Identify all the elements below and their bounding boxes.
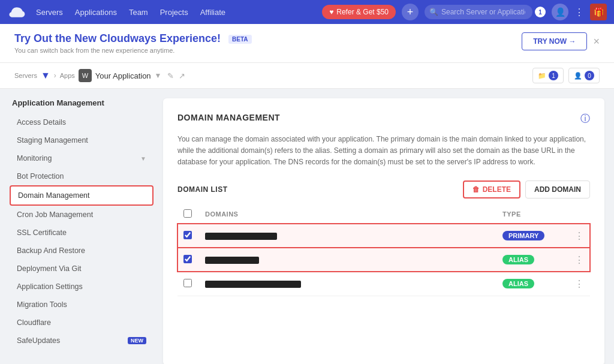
row-1-check-cell	[177, 224, 199, 248]
breadcrumb-bar: Servers ▼ › Apps W Your Application ▼ ✎ …	[0, 63, 614, 89]
notification-badge[interactable]: 1	[535, 7, 546, 17]
new-badge: NEW	[128, 337, 146, 344]
add-button[interactable]: +	[402, 4, 419, 20]
refer-button[interactable]: ♥ Refer & Get $50	[322, 5, 396, 19]
files-icon: 📁	[538, 72, 546, 80]
add-domain-button[interactable]: ADD DOMAIN	[525, 181, 590, 198]
app-icon: W	[79, 69, 92, 82]
avatar[interactable]: 👤	[552, 4, 568, 20]
domain-2-name	[205, 257, 259, 264]
close-banner-button[interactable]: ×	[593, 35, 600, 48]
alias-badge-2: ALIAS	[502, 279, 534, 288]
search-wrap: 🔍	[425, 5, 532, 19]
banner-content: Try Out the New Cloudways Experience! BE…	[14, 32, 252, 54]
table-row: ALIAS ⋮	[177, 272, 590, 296]
breadcrumb-actions: 📁 1 👤 0	[532, 68, 600, 83]
logo[interactable]	[7, 5, 26, 19]
row-1-checkbox[interactable]	[183, 231, 192, 239]
row-2-actions: ⋮	[568, 248, 590, 272]
promo-banner: Try Out the New Cloudways Experience! BE…	[0, 24, 614, 63]
row-2-menu-icon[interactable]: ⋮	[574, 255, 584, 265]
row-2-domain	[199, 248, 496, 272]
row-1-menu-icon[interactable]: ⋮	[574, 231, 584, 241]
content-header: DOMAIN MANAGEMENT ⓘ	[177, 113, 590, 125]
table-row: PRIMARY ⋮	[177, 224, 590, 248]
refer-label: Refer & Get $50	[336, 8, 389, 16]
try-now-button[interactable]: TRY NOW →	[522, 32, 587, 50]
sidebar-item-backup-restore[interactable]: Backup And Restore	[10, 242, 154, 260]
table-header: DOMAINS TYPE	[177, 204, 590, 224]
domain-list-title: DOMAIN LIST	[177, 185, 228, 194]
domain-management-content: DOMAIN MANAGEMENT ⓘ You can manage the d…	[163, 98, 604, 364]
row-1-actions: ⋮	[568, 224, 590, 248]
nav-team[interactable]: Team	[129, 8, 148, 17]
users-count: 0	[585, 71, 594, 80]
alias-badge-1: ALIAS	[502, 255, 534, 264]
sidebar-item-cloudflare[interactable]: Cloudflare	[10, 314, 154, 332]
table-row: ALIAS ⋮	[177, 248, 590, 272]
row-2-check-cell	[177, 248, 199, 272]
row-3-actions: ⋮	[568, 272, 590, 296]
sidebar-item-ssl-certificate[interactable]: SSL Certificate	[10, 224, 154, 242]
edit-icon[interactable]: ✎	[167, 71, 174, 80]
delete-button[interactable]: 🗑 DELETE	[463, 181, 520, 198]
help-icon[interactable]: ⓘ	[580, 113, 590, 125]
top-navigation: Servers Applications Team Projects Affil…	[0, 0, 614, 24]
sidebar-item-deployment-git[interactable]: Deployment Via Git	[10, 260, 154, 278]
domain-1-name	[205, 233, 277, 240]
nav-applications[interactable]: Applications	[75, 8, 117, 17]
app-name-breadcrumb: Your Application	[95, 71, 151, 80]
more-options-icon[interactable]: ⋮	[574, 7, 584, 18]
topnav-right: ♥ Refer & Get $50 + 🔍 1 👤 ⋮ 🎁	[322, 4, 607, 20]
files-button[interactable]: 📁 1	[532, 68, 564, 83]
sidebar-item-monitoring[interactable]: Monitoring ▼	[10, 149, 154, 167]
th-type: TYPE	[496, 204, 568, 224]
main-nav: Servers Applications Team Projects Affil…	[36, 8, 312, 17]
users-icon: 👤	[574, 72, 582, 80]
domain-list-actions: 🗑 DELETE ADD DOMAIN	[463, 181, 590, 198]
trash-icon: 🗑	[472, 185, 480, 194]
th-actions	[568, 204, 590, 224]
breadcrumb: Servers ▼ › Apps W Your Application ▼ ✎ …	[14, 69, 185, 82]
breadcrumb-separator: ›	[54, 71, 56, 80]
table-body: PRIMARY ⋮ ALIAS	[177, 224, 590, 296]
sidebar-item-cron-job-management[interactable]: Cron Job Management	[10, 206, 154, 224]
domain-3-name	[205, 281, 301, 288]
row-2-type: ALIAS	[496, 248, 568, 272]
th-domains: DOMAINS	[199, 204, 496, 224]
select-all-checkbox[interactable]	[183, 209, 192, 218]
external-link-icon[interactable]: ↗	[179, 71, 185, 80]
th-check	[177, 204, 199, 224]
breadcrumb-dropdown-arrow: ▼	[155, 71, 162, 80]
banner-title: Try Out the New Cloudways Experience! BE…	[14, 32, 252, 45]
sidebar-item-safe-updates[interactable]: SafeUpdates NEW	[10, 332, 154, 350]
sidebar: Application Management Access Details St…	[10, 98, 154, 364]
beta-badge: BETA	[228, 35, 251, 44]
sidebar-item-migration-tools[interactable]: Migration Tools	[10, 296, 154, 314]
row-3-checkbox[interactable]	[183, 279, 192, 287]
files-count: 1	[549, 71, 558, 80]
sidebar-item-access-details[interactable]: Access Details	[10, 113, 154, 131]
sidebar-item-bot-protection[interactable]: Bot Protection	[10, 167, 154, 185]
domain-table: DOMAINS TYPE PRIMARY	[177, 204, 590, 296]
nav-projects[interactable]: Projects	[160, 8, 188, 17]
row-3-menu-icon[interactable]: ⋮	[574, 279, 584, 289]
row-3-type: ALIAS	[496, 272, 568, 296]
users-button[interactable]: 👤 0	[568, 68, 600, 83]
row-2-checkbox[interactable]	[183, 255, 192, 263]
row-1-type: PRIMARY	[496, 224, 568, 248]
sidebar-item-staging-management[interactable]: Staging Management	[10, 131, 154, 149]
nav-affiliate[interactable]: Affiliate	[200, 8, 225, 17]
search-icon: 🔍	[429, 8, 438, 16]
sidebar-item-application-settings[interactable]: Application Settings	[10, 278, 154, 296]
nav-servers[interactable]: Servers	[36, 8, 63, 17]
primary-badge: PRIMARY	[502, 231, 544, 240]
section-title: DOMAIN MANAGEMENT	[177, 113, 280, 122]
domain-list-header: DOMAIN LIST 🗑 DELETE ADD DOMAIN	[177, 181, 590, 198]
gift-icon[interactable]: 🎁	[590, 4, 607, 20]
row-3-check-cell	[177, 272, 199, 296]
main-layout: Application Management Access Details St…	[0, 89, 614, 364]
sidebar-item-domain-management[interactable]: Domain Management	[10, 185, 154, 206]
servers-breadcrumb-label: Servers	[14, 72, 37, 79]
search-input[interactable]	[425, 5, 532, 19]
